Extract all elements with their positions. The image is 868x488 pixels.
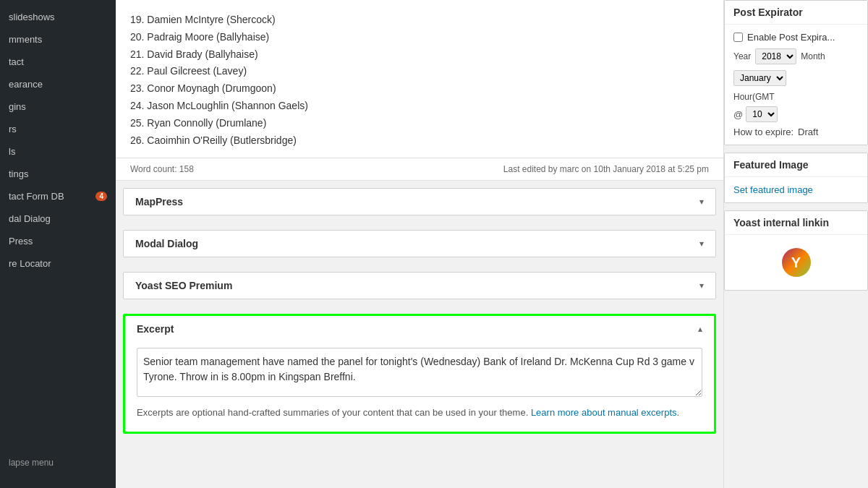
expiry-month-row: January bbox=[733, 70, 859, 86]
month-select[interactable]: January bbox=[733, 70, 786, 86]
excerpt-help-text: Excerpts are optional hand-crafted summa… bbox=[137, 406, 702, 420]
at-symbol: @ bbox=[733, 109, 743, 120]
chevron-up-icon: ▴ bbox=[698, 324, 702, 334]
metabox-yoast-seo-header[interactable]: Yoast SEO Premium ▾ bbox=[124, 273, 715, 299]
set-featured-image-link[interactable]: Set featured image bbox=[733, 184, 813, 195]
expiry-hour-row: Hour(GMT bbox=[733, 92, 859, 102]
sidebar-item-store-locator[interactable]: re Locator bbox=[0, 252, 116, 275]
metabox-modal-dialog-header[interactable]: Modal Dialog ▾ bbox=[124, 231, 715, 257]
sidebar-item-settings[interactable]: tings bbox=[0, 163, 116, 185]
year-label: Year bbox=[733, 51, 751, 61]
metabox-mappress-title: MapPress bbox=[135, 196, 183, 207]
metabox-mappress-header[interactable]: MapPress ▾ bbox=[124, 189, 715, 215]
chevron-down-icon: ▾ bbox=[699, 197, 704, 207]
excerpt-body: Excerpts are optional hand-crafted summa… bbox=[125, 342, 714, 432]
word-count-bar: Word count: 158 Last edited by marc on 1… bbox=[116, 158, 723, 181]
featured-image-header: Featured Image bbox=[725, 153, 867, 177]
metabox-yoast-seo-title: Yoast SEO Premium bbox=[135, 280, 232, 291]
excerpt-textarea[interactable] bbox=[137, 348, 702, 397]
learn-more-link[interactable]: Learn more about manual excerpts bbox=[531, 407, 677, 418]
expiry-year-row: Year 2018 Month bbox=[733, 48, 859, 64]
month-label: Month bbox=[801, 51, 825, 61]
list-item: 26. Caoimhin O'Reilly (Butlersbridge) bbox=[130, 132, 709, 150]
collapse-menu-button[interactable]: lapse menu bbox=[0, 452, 116, 474]
yoast-internal-panel: Yoast internal linkin Y bbox=[724, 210, 868, 291]
how-to-expire-label: How to expire: bbox=[733, 127, 793, 137]
featured-image-panel: Featured Image Set featured image bbox=[724, 153, 868, 203]
right-sidebar: Post Expirator Enable Post Expira... Yea… bbox=[723, 0, 868, 488]
sidebar-item-slideshows[interactable]: slideshows bbox=[0, 6, 116, 28]
post-expirator-panel: Post Expirator Enable Post Expira... Yea… bbox=[724, 0, 868, 145]
post-expirator-header: Post Expirator bbox=[725, 1, 867, 25]
hour-select[interactable]: 10 bbox=[746, 106, 778, 122]
editor-area: 19. Damien McIntyre (Shercock) 20. Padra… bbox=[116, 0, 723, 488]
hour-label: Hour(GMT bbox=[733, 92, 775, 102]
sidebar-item-contact-form-db[interactable]: tact Form DB 4 bbox=[0, 185, 116, 207]
sidebar-item-users[interactable]: rs bbox=[0, 118, 116, 140]
list-item: 21. David Brady (Ballyhaise) bbox=[130, 46, 709, 64]
last-edited: Last edited by marc on 10th January 2018… bbox=[503, 164, 709, 174]
excerpt-header[interactable]: Excerpt ▴ bbox=[125, 316, 714, 342]
expiry-how-row: How to expire: Draft bbox=[733, 127, 859, 137]
yoast-logo: Y bbox=[782, 248, 811, 277]
list-item: 22. Paul Gilcreest (Lavey) bbox=[130, 63, 709, 80]
sidebar-item-label: tact Form DB bbox=[9, 191, 64, 202]
expiry-at-row: @ 10 bbox=[733, 106, 859, 122]
yoast-internal-header: Yoast internal linkin bbox=[725, 211, 867, 235]
list-item: 24. Jason McLoughlin (Shannon Gaels) bbox=[130, 98, 709, 115]
sidebar-item-tools[interactable]: ls bbox=[0, 140, 116, 163]
sidebar-item-comments[interactable]: mments bbox=[0, 28, 116, 51]
metabox-mappress: MapPress ▾ bbox=[123, 188, 716, 215]
year-select[interactable]: 2018 bbox=[755, 48, 796, 64]
list-item: 25. Ryan Connolly (Drumlane) bbox=[130, 115, 709, 132]
sidebar-item-appearance[interactable]: earance bbox=[0, 73, 116, 95]
word-count: Word count: 158 bbox=[130, 164, 194, 174]
chevron-down-icon: ▾ bbox=[699, 281, 704, 291]
excerpt-metabox: Excerpt ▴ Excerpts are optional hand-cra… bbox=[123, 314, 716, 434]
content-list: 19. Damien McIntyre (Shercock) 20. Padra… bbox=[116, 0, 723, 158]
sidebar-item-modal-dialog[interactable]: dal Dialog bbox=[0, 207, 116, 230]
list-item: 20. Padraig Moore (Ballyhaise) bbox=[130, 29, 709, 46]
sidebar-item-plugins[interactable]: gins bbox=[0, 95, 116, 118]
metabox-modal-dialog-title: Modal Dialog bbox=[135, 238, 198, 249]
sidebar-item-press[interactable]: Press bbox=[0, 230, 116, 252]
list-item: 23. Conor Moynagh (Drumgoon) bbox=[130, 80, 709, 98]
sidebar: slideshows mments tact earance gins rs l… bbox=[0, 0, 116, 488]
metabox-modal-dialog: Modal Dialog ▾ bbox=[123, 230, 716, 257]
excerpt-title: Excerpt bbox=[137, 323, 174, 335]
notification-badge: 4 bbox=[95, 192, 107, 201]
enable-post-expirator-checkbox[interactable] bbox=[733, 33, 743, 42]
yoast-internal-body: Y bbox=[725, 235, 867, 290]
chevron-down-icon: ▾ bbox=[699, 239, 704, 249]
sidebar-item-contact[interactable]: tact bbox=[0, 51, 116, 73]
metabox-yoast-seo: Yoast SEO Premium ▾ bbox=[123, 272, 716, 299]
enable-label-text: Enable Post Expira... bbox=[747, 32, 835, 43]
main-area: 19. Damien McIntyre (Shercock) 20. Padra… bbox=[116, 0, 868, 488]
post-expirator-body: Enable Post Expira... Year 2018 Month Ja… bbox=[725, 25, 867, 145]
list-item: 19. Damien McIntyre (Shercock) bbox=[130, 12, 709, 29]
how-to-expire-value: Draft bbox=[798, 127, 818, 137]
enable-post-expirator-label[interactable]: Enable Post Expira... bbox=[733, 32, 859, 43]
featured-image-body: Set featured image bbox=[725, 177, 867, 202]
